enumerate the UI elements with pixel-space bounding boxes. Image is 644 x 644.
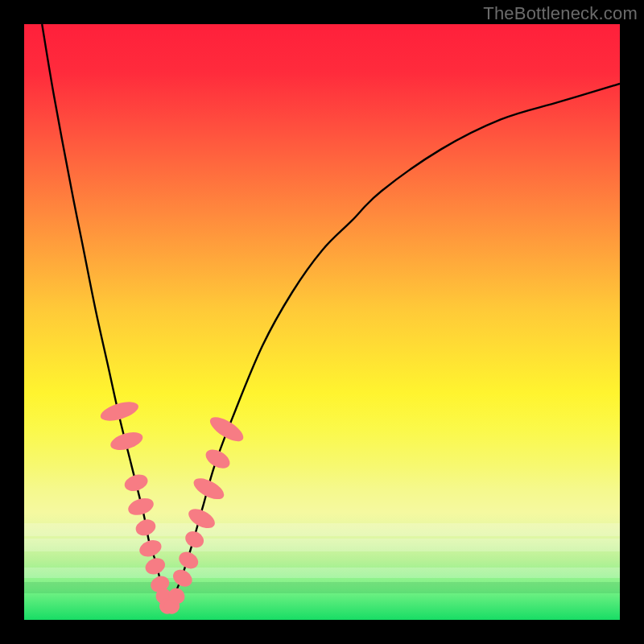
- bead: [134, 517, 158, 538]
- bead: [170, 566, 196, 590]
- watermark-text: TheBottleneck.com: [483, 3, 638, 24]
- bead: [137, 537, 163, 559]
- chart-svg: [24, 24, 620, 620]
- bead: [206, 412, 246, 445]
- bead: [122, 472, 150, 493]
- chart-container: TheBottleneck.com: [0, 0, 644, 644]
- beads-group: [98, 398, 247, 617]
- bead: [126, 495, 156, 518]
- curve-right-branch: [167, 84, 620, 608]
- chart-plot-area: [24, 24, 620, 620]
- bead: [191, 474, 228, 503]
- bead: [176, 548, 201, 572]
- bead: [143, 555, 168, 577]
- bead: [203, 446, 233, 473]
- bead: [183, 528, 207, 551]
